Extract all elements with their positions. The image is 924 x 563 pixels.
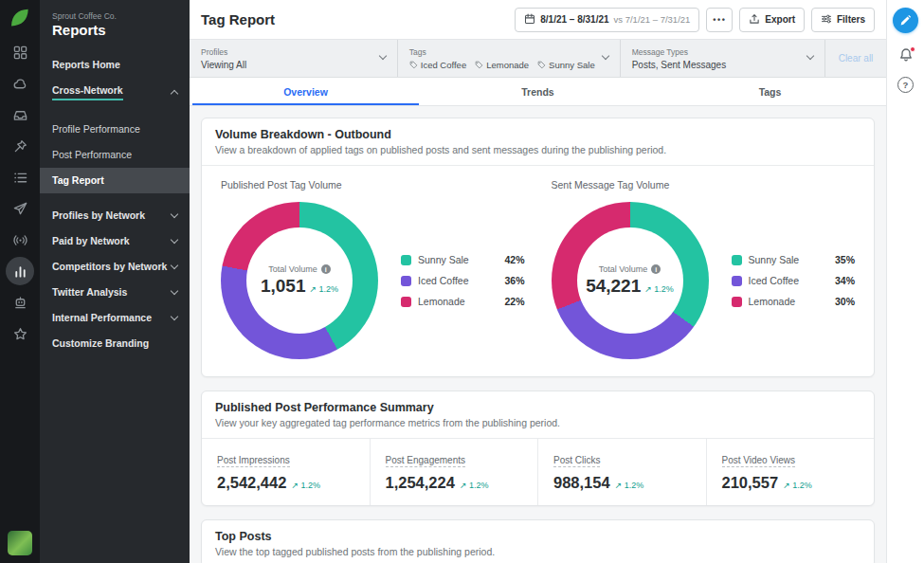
- date-range-button[interactable]: 8/1/21 – 8/31/21 vs 7/1/21 – 7/31/21: [515, 8, 699, 32]
- total-volume-value: 54,221: [586, 276, 641, 297]
- legend-swatch: [732, 276, 742, 286]
- pin-icon[interactable]: [6, 132, 34, 160]
- card-title: Top Posts: [215, 530, 861, 543]
- tag-chip: Iced Coffee: [409, 60, 466, 70]
- main-area: Tag Report 8/1/21 – 8/31/21 vs 7/1/21 – …: [190, 0, 886, 563]
- sidebar-item-internal-performance[interactable]: Internal Performance: [40, 305, 190, 331]
- automation-icon[interactable]: [6, 288, 34, 317]
- publishing-icon[interactable]: [6, 194, 34, 223]
- metric-post-video-views: Post Video Views 210,557 ↗ 1.2%: [706, 439, 875, 505]
- listening-icon[interactable]: [6, 226, 34, 254]
- report-header: Tag Report 8/1/21 – 8/31/21 vs 7/1/21 – …: [190, 0, 886, 40]
- reviews-icon[interactable]: [6, 319, 34, 348]
- reports-icon[interactable]: [6, 257, 34, 285]
- total-volume-label: Total Volume: [599, 264, 648, 274]
- notification-dot: [910, 46, 915, 52]
- tags-filter[interactable]: Tags Iced Coffee Lemonade Sunny Sale: [398, 40, 621, 77]
- sidebar-item-reports-home[interactable]: Reports Home: [40, 52, 190, 78]
- legend-swatch: [732, 255, 742, 265]
- sidebar-item-cross-network[interactable]: Cross-Network: [40, 78, 190, 107]
- chevron-down-icon: [171, 236, 178, 244]
- chart-legend: Sunny Sale 35% Iced Coffee 34%: [732, 245, 856, 317]
- export-button[interactable]: Export: [739, 8, 805, 32]
- compose-button[interactable]: [893, 8, 918, 33]
- trend-up-icon: ↗: [291, 481, 299, 490]
- filter-bar: Profiles Viewing All Tags Iced Coffee Le…: [190, 40, 886, 78]
- clear-all-button[interactable]: Clear all: [825, 40, 886, 77]
- user-avatar[interactable]: [8, 531, 32, 555]
- sidebar-item-profile-performance[interactable]: Profile Performance: [40, 117, 190, 142]
- sidebar-item-twitter-analysis[interactable]: Twitter Analysis: [40, 280, 190, 305]
- calendar-icon: [524, 13, 535, 27]
- metric-post-clicks: Post Clicks 988,154 ↗ 1.2%: [537, 439, 706, 505]
- more-options-button[interactable]: •••: [706, 8, 733, 32]
- help-button[interactable]: ?: [897, 77, 914, 93]
- workspace-name: Sprout Coffee Co.: [40, 11, 190, 21]
- pencil-icon: [899, 14, 912, 27]
- chevron-up-icon: [171, 90, 178, 98]
- list-icon[interactable]: [6, 163, 34, 191]
- tag-chip: Lemonade: [475, 60, 529, 70]
- trend-up-icon: ↗: [615, 481, 623, 490]
- card-subtitle: View your key aggregated tag performance…: [215, 417, 861, 428]
- tag-chip: Sunny Sale: [537, 60, 595, 70]
- card-title: Volume Breakdown - Outbound: [215, 128, 861, 141]
- metric-post-engagements: Post Engagements 1,254,224 ↗ 1.2%: [370, 439, 538, 505]
- icon-rail: [0, 0, 40, 563]
- sent-message-tag-volume-chart: Sent Message Tag Volume Total Volume i: [538, 179, 869, 359]
- legend-swatch: [401, 255, 411, 265]
- card-subtitle: View the top tagged published posts from…: [215, 546, 861, 557]
- page-title: Tag Report: [201, 11, 275, 27]
- tag-icon: [409, 61, 418, 69]
- report-tabs: Overview Trends Tags: [190, 78, 886, 106]
- card-title: Published Post Performance Summary: [215, 401, 861, 414]
- filters-button[interactable]: Filters: [811, 8, 875, 32]
- card-subtitle: View a breakdown of applied tags on publ…: [215, 144, 861, 155]
- profiles-filter[interactable]: Profiles Viewing All: [190, 40, 398, 77]
- chart-legend: Sunny Sale 42% Iced Coffee 36%: [401, 245, 525, 317]
- chevron-down-icon: [171, 262, 178, 269]
- cloud-icon[interactable]: [6, 69, 34, 98]
- filters-icon: [821, 13, 832, 27]
- message-types-filter[interactable]: Message Types Posts, Sent Messages: [621, 40, 825, 77]
- tab-trends[interactable]: Trends: [422, 78, 654, 105]
- performance-summary-card: Published Post Performance Summary View …: [201, 390, 875, 506]
- change-indicator: ↗ 1.2%: [644, 284, 674, 294]
- inbox-icon[interactable]: [6, 100, 34, 129]
- info-icon[interactable]: i: [321, 264, 331, 274]
- legend-item: Iced Coffee 34%: [732, 275, 856, 286]
- tab-tags[interactable]: Tags: [654, 78, 886, 105]
- legend-item: Sunny Sale 35%: [732, 254, 856, 265]
- legend-swatch: [732, 297, 742, 307]
- donut-chart[interactable]: Total Volume i 54,221 ↗ 1.2%: [552, 202, 709, 359]
- trend-up-icon: ↗: [309, 284, 317, 294]
- sidebar-item-profiles-by-network[interactable]: Profiles by Network: [40, 203, 190, 228]
- trend-up-icon: ↗: [783, 481, 790, 490]
- utility-rail: ?: [886, 0, 924, 563]
- donut-chart[interactable]: Total Volume i 1,051 ↗ 1.2%: [221, 202, 378, 359]
- change-indicator: ↗ 1.2%: [309, 284, 338, 294]
- sidebar-item-tag-report[interactable]: Tag Report: [40, 168, 190, 193]
- question-mark-icon: ?: [903, 80, 909, 90]
- sidebar-item-customize-branding[interactable]: Customize Branding: [40, 331, 190, 356]
- sidebar-item-paid-by-network[interactable]: Paid by Network: [40, 228, 190, 254]
- legend-item: Iced Coffee 36%: [401, 275, 525, 286]
- notifications-button[interactable]: [898, 47, 914, 63]
- sidebar-title: Reports: [40, 21, 190, 38]
- top-posts-card: Top Posts View the top tagged published …: [201, 519, 875, 563]
- change-indicator: ↗ 1.2%: [615, 481, 644, 490]
- metric-post-impressions: Post Impressions 2,542,442 ↗ 1.2%: [202, 439, 370, 505]
- volume-breakdown-card: Volume Breakdown - Outbound View a break…: [201, 118, 875, 377]
- tag-icon: [537, 61, 546, 69]
- sidebar-item-competitors-by-network[interactable]: Competitors by Network: [40, 254, 190, 280]
- total-volume-value: 1,051: [261, 276, 306, 297]
- legend-item: Sunny Sale 42%: [401, 254, 525, 265]
- info-icon[interactable]: i: [651, 264, 661, 274]
- sidebar-item-post-performance[interactable]: Post Performance: [40, 142, 190, 168]
- dashboard-icon[interactable]: [6, 38, 34, 66]
- chevron-down-icon: [171, 210, 178, 218]
- tab-overview[interactable]: Overview: [190, 78, 422, 105]
- chevron-down-icon: [601, 52, 608, 60]
- legend-swatch: [401, 297, 411, 307]
- sprout-logo-icon[interactable]: [9, 7, 31, 29]
